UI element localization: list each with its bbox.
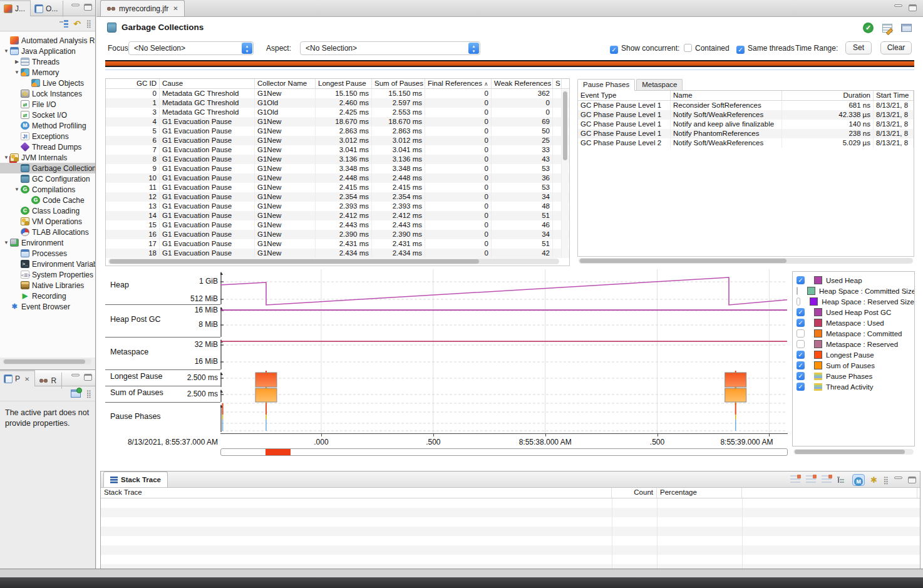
sidebar-item-compilations[interactable]: ▼GCompilations (0, 184, 95, 195)
tab-pause-phases[interactable]: Pause Phases (577, 79, 635, 91)
pin-view-icon[interactable] (71, 389, 81, 398)
legend-item-used-heap-post-gc[interactable]: ✓Used Heap Post GC (793, 307, 914, 317)
checkbox-unchecked-icon[interactable] (797, 287, 798, 295)
legend-item-heap-space-reserved-size[interactable]: Heap Space : Reserved Size (793, 296, 914, 307)
sidebar-item-environment-variables[interactable]: >_Environment Variables (0, 259, 95, 269)
same-threads-checkbox[interactable]: ✓Same threads (736, 44, 795, 54)
method-formatting-toggle-icon[interactable]: M (852, 474, 865, 486)
column-header-sum-of-pauses[interactable]: Sum of Pauses (372, 79, 425, 88)
checkbox-checked-icon[interactable]: ✓ (797, 319, 805, 327)
legend-item-pause-phases[interactable]: ✓Pause Phases (793, 371, 914, 381)
sidebar-item-processes[interactable]: Processes (0, 248, 95, 259)
column-header-event-type[interactable]: Event Type (578, 91, 671, 100)
sidebar-item-event-browser[interactable]: ✱Event Browser (0, 301, 95, 312)
sidebar-item-garbage-collections[interactable]: Garbage Collections (0, 163, 95, 173)
chart-scroll-selection[interactable] (266, 449, 291, 455)
minimize-icon[interactable] (71, 4, 80, 6)
distinguish-frames-icon[interactable]: ✱ (870, 475, 877, 485)
gc-timeline-chart[interactable] (220, 269, 788, 433)
time-range-navigator[interactable] (105, 60, 914, 67)
show-concurrent-checkbox[interactable]: ✓Show concurrent: (610, 44, 679, 54)
sidebar-item-lock-instances[interactable]: ⚙Lock Instances (0, 88, 95, 99)
maximize-icon[interactable] (84, 4, 92, 11)
gc-table-row[interactable]: 5G1 Evacuation PauseG1New2.863 ms2.863 m… (106, 126, 569, 136)
gc-table-row[interactable]: 12G1 Evacuation PauseG1New2.354 ms2.354 … (106, 192, 569, 202)
tab-metaspace[interactable]: Metaspace (636, 79, 683, 91)
column-header-final-references[interactable]: Final References∧ (425, 79, 492, 88)
checkbox-checked-icon[interactable]: ✓ (797, 276, 805, 284)
gc-table-row[interactable]: 15G1 Evacuation PauseG1New2.443 ms2.443 … (106, 220, 569, 230)
column-header-start-time[interactable]: Start Time (874, 91, 914, 100)
editor-tab-myrecording[interactable]: myrecording.jfr ✕ (100, 0, 185, 16)
tab-results[interactable]: R (35, 373, 62, 389)
focus-select[interactable]: <No Selection> ▲▼ (128, 41, 254, 55)
table-settings-icon[interactable] (901, 24, 912, 32)
sidebar-item-system-properties[interactable]: <☰>System Properties (0, 269, 95, 280)
reduce-tree-icon[interactable] (790, 475, 800, 485)
sidebar-item-code-cache[interactable]: GCode Cache (0, 195, 95, 205)
minimize-icon[interactable] (894, 477, 902, 479)
sidebar-item-jvm-internals[interactable]: ▼JVM Internals (0, 152, 95, 163)
gc-table-row[interactable]: 18G1 Evacuation PauseG1New2.434 ms2.434 … (106, 249, 569, 258)
expander-icon[interactable]: ▼ (13, 187, 21, 192)
gc-table-row[interactable]: 7G1 Evacuation PauseG1New3.041 ms3.041 m… (106, 145, 569, 155)
sidebar-item-thread-dumps[interactable]: Thread Dumps (0, 142, 95, 152)
legend-item-metaspace-reserved[interactable]: Metaspace : Reserved (793, 339, 914, 349)
phase-table-row[interactable]: GC Phase Pause Level 2Notify Soft/WeakRe… (578, 138, 914, 148)
sidebar-item-environment[interactable]: ▼Environment (0, 237, 95, 248)
link-with-editor-icon[interactable] (59, 20, 68, 28)
close-icon[interactable]: ✕ (24, 376, 29, 383)
expander-icon[interactable]: ▼ (13, 70, 21, 75)
legend-horizontal-scrollbar[interactable] (793, 449, 914, 455)
column-header-duration[interactable]: Duration (782, 91, 874, 100)
gc-table-row[interactable]: 1Metadata GC ThresholdG1Old2.460 ms2.597… (106, 98, 569, 108)
gc-table-row[interactable]: 13G1 Evacuation PauseG1New2.393 ms2.393 … (106, 202, 569, 211)
sidebar-item-file-i-o[interactable]: ⇄File I/O (0, 99, 95, 110)
expander-icon[interactable]: ▼ (3, 240, 10, 245)
minimize-icon[interactable] (894, 4, 902, 7)
gc-table-row[interactable]: 10G1 Evacuation PauseG1New2.448 ms2.448 … (106, 173, 569, 183)
gc-table-row[interactable]: 3Metadata GC ThresholdG1Old2.425 ms2.553… (106, 108, 569, 117)
view-menu-icon[interactable]: ⣿ (86, 20, 91, 28)
set-button[interactable]: Set (845, 41, 872, 54)
sidebar-item-java-application[interactable]: ▼Java Application (0, 46, 95, 56)
phase-table-row[interactable]: GC Phase Pause Level 1Notify Soft/WeakRe… (578, 110, 914, 120)
gc-table-row[interactable]: 4G1 Evacuation PauseG1New18.670 ms18.670… (106, 117, 569, 126)
gc-table-row[interactable]: 0Metadata GC ThresholdG1New15.150 ms15.1… (106, 89, 569, 98)
legend-item-heap-space-committed-size[interactable]: Heap Space : Committed Size (793, 286, 914, 296)
column-header-collector-name[interactable]: Collector Name (255, 79, 316, 88)
tab-outline[interactable]: O... (31, 1, 63, 17)
expander-icon[interactable]: ▶ (13, 59, 21, 64)
checkbox-unchecked-icon[interactable] (797, 340, 805, 348)
gc-table-row[interactable]: 17G1 Evacuation PauseG1New2.431 ms2.431 … (106, 239, 569, 249)
gc-table-row[interactable]: 8G1 Evacuation PauseG1New3.136 ms3.136 m… (106, 155, 569, 164)
legend-item-thread-activity[interactable]: ✓Thread Activity (793, 381, 914, 392)
checkbox-checked-icon[interactable]: ✓ (797, 361, 805, 369)
sidebar-item-vm-operations[interactable]: VM Operations (0, 216, 95, 227)
maximize-icon[interactable] (909, 4, 917, 11)
sidebar-item-memory[interactable]: ▼Memory (0, 67, 95, 78)
view-menu-icon[interactable]: ⣿ (883, 477, 889, 484)
tab-stack-trace[interactable]: Stack Trace (103, 472, 168, 487)
checkbox-checked-icon[interactable]: ✓ (797, 308, 805, 316)
checkbox-checked-icon[interactable]: ✓ (797, 383, 805, 391)
legend-item-metaspace-used[interactable]: ✓Metaspace : Used (793, 317, 914, 328)
column-header-percentage[interactable]: Percentage (657, 488, 742, 498)
sidebar-item-automated-analysis-results[interactable]: Automated Analysis Results (0, 35, 95, 46)
sidebar-item-exceptions[interactable]: J!Exceptions (0, 131, 95, 142)
clear-button[interactable]: Clear (880, 41, 912, 54)
gc-table-horizontal-scrollbar[interactable] (108, 259, 559, 264)
column-header-gc-id[interactable]: GC ID (106, 79, 160, 88)
phase-table-row[interactable]: GC Phase Pause Level 1Notify and keep al… (578, 120, 914, 129)
sidebar-item-tlab-allocations[interactable]: TLAB Allocations (0, 227, 95, 237)
phases-horizontal-scrollbar[interactable] (579, 258, 913, 264)
gc-table-row[interactable]: 11G1 Evacuation PauseG1New2.415 ms2.415 … (106, 183, 569, 192)
close-icon[interactable]: ✕ (173, 5, 178, 12)
maximize-icon[interactable] (908, 477, 916, 483)
minimize-icon[interactable] (71, 374, 80, 376)
gc-table-row[interactable]: 9G1 Evacuation PauseG1New3.348 ms3.348 m… (106, 164, 569, 173)
expander-icon[interactable]: ▼ (3, 48, 10, 54)
reduce-tree-from-root-icon[interactable] (806, 475, 816, 485)
column-header-count[interactable]: Count (612, 488, 657, 498)
phase-table-row[interactable]: GC Phase Pause Level 1Reconsider SoftRef… (578, 101, 914, 110)
